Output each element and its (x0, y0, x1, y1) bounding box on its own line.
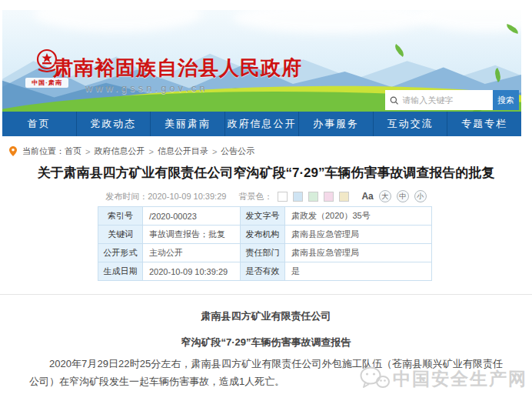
doc-heading-report: 窄沟矿段“7·29”车辆伤害事故调查报告 (0, 336, 532, 349)
search-button[interactable]: 搜索 (493, 90, 519, 110)
meta-value: /2020-00023 (143, 207, 241, 226)
meta-label: 是否有效 (241, 262, 285, 281)
bgcolor-swatch-white[interactable] (278, 192, 288, 202)
meta-label: 公开形式 (98, 244, 143, 262)
breadcrumb-notices[interactable]: 公告公示 (221, 145, 254, 157)
nav-item-gov-info[interactable]: 政府信息公开 (225, 112, 300, 136)
nav-item-party-news[interactable]: 党政动态 (77, 112, 151, 136)
meta-value: 事故调查报告；批复 (143, 226, 241, 244)
meta-label: 发布机构 (241, 226, 285, 244)
doc-heading-company: 肃南县四方矿业有限责任公司 (0, 309, 532, 323)
document-meta-table: 索引号 /2020-00023 发文字号 肃政发（2020）35号 关键词 事故… (98, 206, 432, 281)
meta-value: 肃南县应急管理局 (285, 244, 432, 262)
search-input[interactable] (402, 95, 488, 105)
section-divider (0, 294, 532, 295)
meta-value: 2020-10-09 10:39:29 (143, 262, 241, 281)
table-row: 关键词 事故调查报告；批复 发布机构 肃南县应急管理局 (98, 226, 432, 244)
site-title: 肃南裕固族自治县人民政府 (53, 55, 302, 82)
search-box[interactable] (385, 90, 493, 110)
meta-label: 生成日期 (98, 262, 143, 281)
meta-value: 肃政发（2020）35号 (285, 207, 432, 226)
breadcrumb-directory[interactable]: 信息公开目录 (158, 145, 208, 157)
bgcolor-swatch-green[interactable] (308, 192, 318, 202)
table-row: 生成日期 2020-10-09 10:39:29 是否有效 是 (98, 262, 432, 281)
bgcolor-swatch-pink[interactable] (324, 192, 334, 202)
publish-time-value: 2020-10-09 10:39:29 (148, 192, 226, 201)
nav-item-beautiful-sunan[interactable]: 美丽肃南 (151, 112, 225, 136)
bgcolor-swatch-blue[interactable] (293, 192, 303, 202)
table-row: 索引号 /2020-00023 发文字号 肃政发（2020）35号 (98, 207, 432, 226)
meta-value: 是 (285, 262, 432, 281)
publish-time-label: 发布时间： (105, 191, 148, 202)
font-size-icon: Aa (361, 191, 373, 202)
location-pin-icon (9, 146, 17, 156)
main-nav: 首页 党政动态 美丽肃南 政府信息公开 办事服务 互动交流 专题专栏 (2, 112, 521, 136)
breadcrumb-separator: > (148, 147, 153, 156)
site-url: www.gssn.gov.cn (85, 82, 208, 94)
nav-item-special-columns[interactable]: 专题专栏 (447, 112, 521, 136)
nav-item-home[interactable]: 首页 (2, 112, 77, 136)
site-banner: 中国·肃南 肃南裕固族自治县人民政府 www.gssn.gov.cn 搜索 (2, 10, 521, 112)
cloud-art (233, 10, 433, 33)
breadcrumb-separator: > (85, 147, 90, 156)
meta-value: 肃南县应急管理局 (285, 226, 432, 244)
table-row: 公开形式 主动公开 责任部门 肃南县应急管理局 (98, 244, 432, 262)
nav-item-services[interactable]: 办事服务 (299, 112, 374, 136)
bgcolor-swatch-yellow[interactable] (339, 192, 349, 202)
search-bar: 搜索 (385, 90, 519, 110)
search-icon (390, 95, 398, 105)
page: 中国·肃南 肃南裕固族自治县人民政府 www.gssn.gov.cn 搜索 首页… (0, 0, 532, 401)
cloud-art (33, 10, 202, 32)
font-size-medium-button[interactable]: 中 (397, 190, 409, 202)
doc-paragraph: 2020年7月29日22时25分左右，肃南县四方矿业有限责任公司外包施工队伍（苍… (29, 355, 503, 390)
cloud-art (417, 10, 521, 32)
meta-label: 关键词 (98, 226, 143, 244)
page-title: 关于肃南县四方矿业有限责任公司窄沟矿段“7·29”车辆伤害事故调查报告的批复 (0, 164, 532, 182)
breadcrumb: 当前位置： 首页 > 政府信息公开 > 信息公开目录 > 公告公示 (9, 145, 254, 157)
breadcrumb-prefix: 当前位置： (22, 145, 65, 157)
breadcrumb-separator: > (212, 147, 217, 156)
bgcolor-label: 背景色： (238, 191, 272, 202)
meta-label: 索引号 (98, 207, 143, 226)
meta-label: 发文字号 (241, 207, 285, 226)
nav-item-interaction[interactable]: 互动交流 (374, 112, 448, 136)
breadcrumb-gov-info[interactable]: 政府信息公开 (94, 145, 145, 157)
meta-value: 主动公开 (143, 244, 241, 262)
meta-label: 责任部门 (241, 244, 285, 262)
font-size-large-button[interactable]: 大 (379, 190, 391, 202)
breadcrumb-home[interactable]: 首页 (65, 145, 81, 157)
article-meta-row: 发布时间： 2020-10-09 10:39:29 背景色： Aa 大 中 小 (0, 190, 532, 202)
leaf-icon (392, 44, 407, 57)
font-size-small-button[interactable]: 小 (414, 190, 427, 202)
